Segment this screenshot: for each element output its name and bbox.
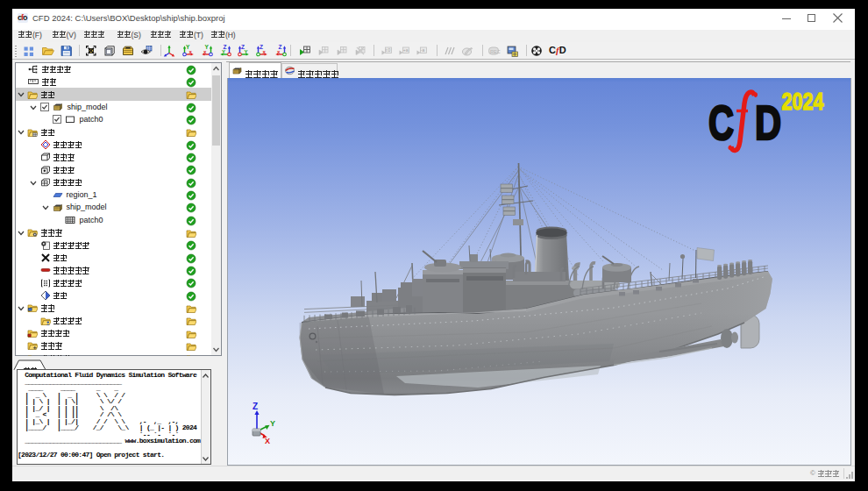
svg-text:Z: Z [253, 402, 258, 411]
svg-text:Y: Y [270, 419, 275, 428]
svg-text:-a: -a [421, 47, 425, 53]
svg-text:Y: Y [222, 49, 225, 54]
svg-text:x: x [263, 49, 267, 54]
svg-text:+a: +a [403, 47, 409, 53]
svg-text:t:0: t:0 [386, 47, 391, 53]
svg-text:D: D [755, 96, 781, 149]
svg-text:X: X [265, 437, 270, 445]
svg-text:x: x [189, 49, 193, 54]
svg-text:C: C [708, 96, 734, 150]
svg-text:REC: REC [490, 49, 501, 54]
svg-text:2024: 2024 [782, 87, 824, 115]
svg-text:Y: Y [245, 49, 248, 54]
